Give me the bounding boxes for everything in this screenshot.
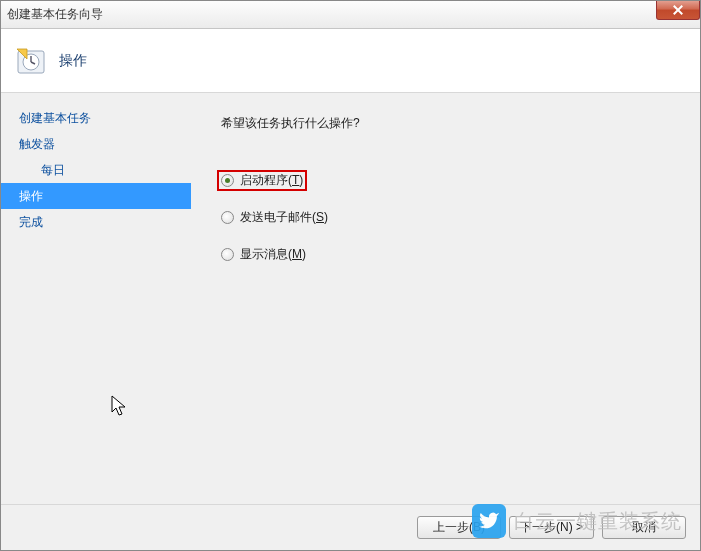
radio-row-start-program[interactable]: 启动程序(T) <box>217 170 307 191</box>
radio-row-show-message[interactable]: 显示消息(M) <box>217 244 676 265</box>
window-title: 创建基本任务向导 <box>7 6 103 23</box>
back-button[interactable]: 上一步(B) <box>417 516 501 539</box>
titlebar: 创建基本任务向导 <box>1 1 700 29</box>
cancel-button[interactable]: 取消 <box>602 516 686 539</box>
next-button[interactable]: 下一步(N) > <box>509 516 594 539</box>
sidebar-item-daily[interactable]: 每日 <box>1 157 191 183</box>
radio-label-show-message: 显示消息(M) <box>240 246 306 263</box>
radio-row-send-email[interactable]: 发送电子邮件(S) <box>217 207 676 228</box>
sidebar-item-action[interactable]: 操作 <box>1 183 191 209</box>
page-title: 操作 <box>59 52 87 70</box>
radio-send-email[interactable] <box>221 211 234 224</box>
radio-label-send-email: 发送电子邮件(S) <box>240 209 328 226</box>
sidebar-item-create-basic-task[interactable]: 创建基本任务 <box>1 105 191 131</box>
radio-start-program[interactable] <box>221 174 234 187</box>
sidebar: 创建基本任务 触发器 每日 操作 完成 <box>1 93 191 504</box>
radio-label-start-program: 启动程序(T) <box>240 172 303 189</box>
wizard-body: 创建基本任务 触发器 每日 操作 完成 希望该任务执行什么操作? 启动程序(T)… <box>1 93 700 504</box>
wizard-header: 操作 <box>1 29 700 93</box>
clock-task-icon <box>15 45 47 77</box>
radio-show-message[interactable] <box>221 248 234 261</box>
content-pane: 希望该任务执行什么操作? 启动程序(T) 发送电子邮件(S) 显示消息(M) <box>191 93 700 504</box>
close-button[interactable] <box>656 1 700 20</box>
prompt-text: 希望该任务执行什么操作? <box>221 115 676 132</box>
close-icon <box>673 5 683 15</box>
action-radio-group: 启动程序(T) 发送电子邮件(S) 显示消息(M) <box>217 170 676 265</box>
sidebar-item-finish[interactable]: 完成 <box>1 209 191 235</box>
wizard-window: 创建基本任务向导 操作 创建基本任务 触发器 每日 操作 完成 希望该任务执行什… <box>0 0 701 551</box>
sidebar-item-trigger[interactable]: 触发器 <box>1 131 191 157</box>
wizard-footer: 上一步(B) 下一步(N) > 取消 <box>1 504 700 550</box>
